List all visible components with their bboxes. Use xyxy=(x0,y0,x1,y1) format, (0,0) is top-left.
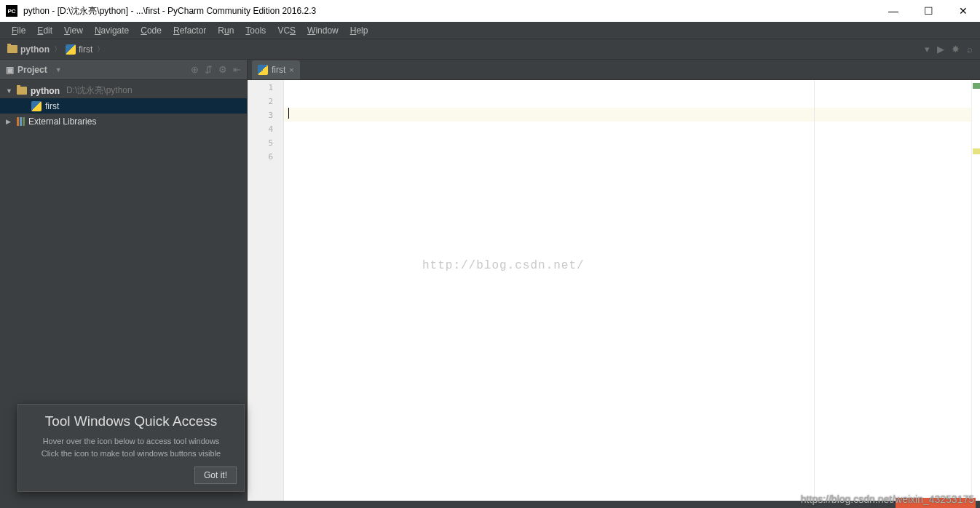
line-number: 6 xyxy=(248,152,283,166)
gutter: 1 2 3 4 5 6 xyxy=(248,80,284,501)
breadcrumb: python 〉 first 〉 xyxy=(7,44,925,55)
libraries-icon xyxy=(17,117,25,126)
tree-file-first[interactable]: first xyxy=(0,98,247,114)
popup-line2: Click the icon to make tool windows butt… xyxy=(42,449,221,458)
line-number: 2 xyxy=(248,97,283,111)
scroll-from-source-icon[interactable]: ⊕ xyxy=(191,64,199,75)
line-number: 1 xyxy=(248,83,283,97)
menu-bar: File Edit View Navigate Code Refactor Ru… xyxy=(0,22,980,39)
tree-root-label: python xyxy=(31,86,60,96)
breadcrumb-file[interactable]: first xyxy=(66,44,92,55)
minimize-button[interactable]: — xyxy=(882,0,904,22)
tree-file-label: first xyxy=(45,101,59,111)
project-icon: ▣ xyxy=(6,65,14,75)
sidebar-tools: ⊕ ⇵ ⚙ ⇤ xyxy=(191,64,241,75)
breadcrumb-project-label: python xyxy=(20,44,50,55)
run-button[interactable]: ▶ xyxy=(937,44,944,55)
got-it-button[interactable]: Got it! xyxy=(194,467,237,484)
collapse-all-icon[interactable]: ⇵ xyxy=(205,64,213,75)
navigation-bar: python 〉 first 〉 ▾ ▶ ✸ ⌕ xyxy=(0,39,980,60)
line-number: 5 xyxy=(248,138,283,152)
python-file-icon xyxy=(31,101,42,111)
line-number: 4 xyxy=(248,124,283,138)
chevron-right-icon: 〉 xyxy=(97,44,104,55)
chevron-right-icon: 〉 xyxy=(54,44,61,55)
tree-external-label: External Libraries xyxy=(28,116,96,127)
menu-run[interactable]: Run xyxy=(212,23,240,38)
debug-button[interactable]: ✸ xyxy=(952,44,960,55)
maximize-button[interactable]: ☐ xyxy=(917,0,939,22)
footer-watermark: https://blog.csdn.net/weixin_43253175 xyxy=(801,493,974,505)
text-caret xyxy=(288,108,289,119)
editor-body[interactable]: 1 2 3 4 5 6 http://blog.csdn.net/ xyxy=(248,80,980,501)
editor-tabs: first × xyxy=(248,60,980,80)
tool-windows-tip-popup: Tool Windows Quick Access Hover over the… xyxy=(17,404,245,492)
expand-arrow-icon[interactable]: ▼ xyxy=(6,87,13,95)
python-file-icon xyxy=(66,44,76,55)
folder-icon xyxy=(17,87,27,95)
breadcrumb-project[interactable]: python xyxy=(7,44,50,55)
right-margin-ruler xyxy=(814,80,815,501)
close-tab-icon[interactable]: × xyxy=(289,66,293,74)
gear-icon[interactable]: ⚙ xyxy=(218,64,227,75)
menu-view[interactable]: View xyxy=(58,23,89,38)
menu-code[interactable]: Code xyxy=(135,23,167,38)
editor-tab-first[interactable]: first × xyxy=(252,60,300,79)
menu-file[interactable]: File xyxy=(6,23,31,38)
marker-strip[interactable] xyxy=(971,80,980,501)
app-icon: PC xyxy=(6,5,17,17)
popup-body: Hover over the icon below to access tool… xyxy=(25,435,237,459)
popup-title: Tool Windows Quick Access xyxy=(25,413,237,429)
project-sidebar-header: ▣ Project ▼ ⊕ ⇵ ⚙ ⇤ xyxy=(0,60,247,80)
editor-tab-label: first xyxy=(272,65,285,75)
popup-line1: Hover over the icon below to access tool… xyxy=(43,437,220,445)
window-title: python - [D:\沈永亮\python] - ...\first - P… xyxy=(23,5,882,17)
tree-external-libraries[interactable]: ▶ External Libraries xyxy=(0,114,247,129)
chevron-down-icon: ▼ xyxy=(55,66,62,74)
line-number: 3 xyxy=(248,111,283,124)
menu-help[interactable]: Help xyxy=(344,23,374,38)
menu-vcs[interactable]: VCS xyxy=(272,23,301,38)
editor-area: first × 1 2 3 4 5 6 http://blog.csd xyxy=(248,60,980,501)
marker-warning xyxy=(973,148,980,154)
marker-ok xyxy=(973,83,980,89)
expand-arrow-icon[interactable]: ▶ xyxy=(6,118,13,125)
breadcrumb-file-label: first xyxy=(79,44,92,55)
project-tool-title[interactable]: ▣ Project ▼ xyxy=(6,65,191,75)
menu-tools[interactable]: Tools xyxy=(240,23,272,38)
tree-root-path: D:\沈永亮\python xyxy=(66,84,133,97)
hide-icon[interactable]: ⇤ xyxy=(233,64,241,75)
window-titlebar: PC python - [D:\沈永亮\python] - ...\first … xyxy=(0,0,980,22)
watermark-text: http://blog.csdn.net/ xyxy=(422,259,585,272)
menu-navigate[interactable]: Navigate xyxy=(89,23,135,38)
folder-icon xyxy=(7,45,17,53)
menu-edit[interactable]: Edit xyxy=(31,23,58,38)
python-file-icon xyxy=(258,65,268,75)
project-tool-label: Project xyxy=(17,65,47,75)
toolbar-right: ▾ ▶ ✸ ⌕ xyxy=(925,44,973,55)
run-config-dropdown[interactable]: ▾ xyxy=(925,44,930,55)
code-area[interactable]: http://blog.csdn.net/ xyxy=(284,80,971,501)
close-button[interactable]: ✕ xyxy=(952,0,974,22)
search-everywhere-button[interactable]: ⌕ xyxy=(967,44,973,55)
menu-window[interactable]: Window xyxy=(301,23,344,38)
tree-project-root[interactable]: ▼ python D:\沈永亮\python xyxy=(0,83,247,98)
menu-refactor[interactable]: Refactor xyxy=(167,23,212,38)
window-controls: — ☐ ✕ xyxy=(882,0,974,22)
